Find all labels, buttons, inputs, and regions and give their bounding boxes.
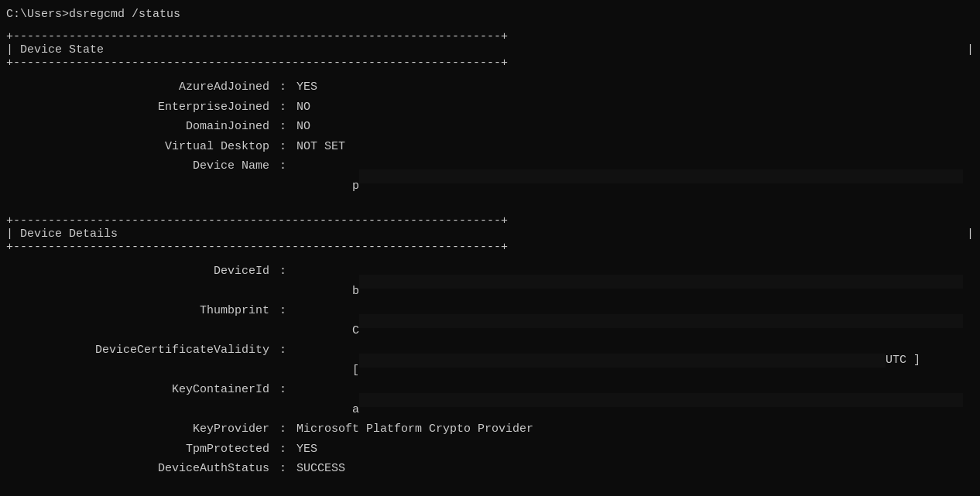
thumbprint-sep: : (272, 301, 293, 340)
cert-validity-redacted (359, 354, 886, 368)
cert-validity-sep: : (272, 340, 293, 380)
key-provider-sep: : (272, 419, 293, 440)
tpm-protected-sep: : (272, 440, 293, 460)
thumbprint-row: Thumbprint : C (6, 301, 974, 340)
device-details-divider-bottom: +---------------------------------------… (6, 241, 974, 254)
virtual-desktop-row: Virtual Desktop : NOT SET (6, 137, 974, 157)
domain-joined-row: DomainJoined : NO (6, 117, 974, 137)
domain-joined-sep: : (272, 117, 293, 137)
tpm-protected-row: TpmProtected : YES (6, 440, 974, 460)
device-state-header: | Device State | (6, 43, 974, 56)
device-details-divider-top: +---------------------------------------… (6, 214, 974, 227)
device-details-fields: DeviceId : b Thumbprint : C DeviceCertif… (6, 254, 974, 487)
azure-ad-joined-row: AzureAdJoined : YES (6, 77, 974, 97)
command-line: C:\Users>dsregcmd /status (6, 8, 974, 21)
key-provider-key: KeyProvider (6, 419, 269, 440)
cert-validity-utc: UTC ] (886, 351, 920, 371)
virtual-desktop-sep: : (272, 137, 293, 157)
device-state-header-close: | (967, 43, 974, 56)
device-name-value: p (296, 156, 963, 196)
device-auth-status-key: DeviceAuthStatus (6, 459, 269, 479)
enterprise-joined-key: EnterpriseJoined (6, 97, 269, 118)
device-auth-status-sep: : (272, 459, 293, 479)
thumbprint-key: Thumbprint (6, 301, 269, 340)
domain-joined-value: NO (296, 117, 310, 137)
device-details-header-text: | Device Details (6, 227, 118, 241)
device-state-header-text: | Device State (6, 43, 104, 56)
azure-ad-joined-key: AzureAdJoined (6, 77, 269, 97)
device-state-fields: AzureAdJoined : YES EnterpriseJoined : N… (6, 70, 974, 204)
thumbprint-redacted (359, 314, 963, 328)
terminal-window: C:\Users>dsregcmd /status +-------------… (6, 8, 974, 487)
key-container-sep: : (272, 380, 293, 419)
tpm-protected-value: YES (296, 440, 317, 460)
device-name-redacted (359, 169, 963, 183)
virtual-desktop-value: NOT SET (296, 137, 345, 157)
device-id-value: b (296, 262, 963, 301)
device-details-header-close: | (967, 227, 974, 241)
enterprise-joined-row: EnterpriseJoined : NO (6, 97, 974, 118)
device-id-row: DeviceId : b (6, 262, 974, 301)
tpm-protected-key: TpmProtected (6, 440, 269, 460)
device-name-row: Device Name : p (6, 156, 974, 196)
device-details-header: | Device Details | (6, 227, 974, 241)
enterprise-joined-sep: : (272, 97, 293, 118)
cert-validity-value: [ UTC ] (296, 340, 920, 380)
key-container-row: KeyContainerId : a (6, 380, 974, 419)
device-name-key: Device Name (6, 156, 269, 196)
azure-ad-joined-value: YES (296, 77, 317, 97)
thumbprint-value: C (296, 301, 963, 340)
azure-ad-joined-sep: : (272, 77, 293, 97)
device-name-sep: : (272, 156, 293, 196)
key-provider-value: Microsoft Platform Crypto Provider (296, 419, 533, 440)
device-id-key: DeviceId (6, 262, 269, 301)
device-state-divider-bottom: +---------------------------------------… (6, 56, 974, 70)
key-container-key: KeyContainerId (6, 380, 269, 419)
device-auth-status-row: DeviceAuthStatus : SUCCESS (6, 459, 974, 479)
device-id-sep: : (272, 262, 293, 301)
cert-validity-row: DeviceCertificateValidity : [ UTC ] (6, 340, 974, 380)
device-id-redacted (359, 275, 963, 289)
device-auth-status-value: SUCCESS (296, 459, 345, 479)
cert-validity-key: DeviceCertificateValidity (6, 340, 269, 380)
device-state-divider-top: +---------------------------------------… (6, 30, 974, 43)
virtual-desktop-key: Virtual Desktop (6, 137, 269, 157)
enterprise-joined-value: NO (296, 97, 310, 118)
key-container-redacted (359, 393, 963, 407)
key-container-value: a (296, 380, 963, 419)
key-provider-row: KeyProvider : Microsoft Platform Crypto … (6, 419, 974, 440)
domain-joined-key: DomainJoined (6, 117, 269, 137)
